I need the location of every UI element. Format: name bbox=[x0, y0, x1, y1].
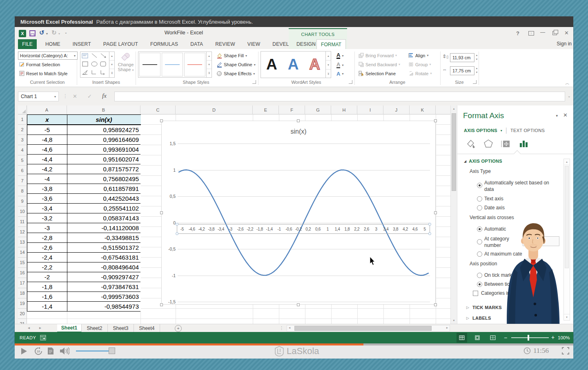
chart-handle-w[interactable] bbox=[160, 211, 163, 214]
x-axis-tick-label[interactable]: -3 bbox=[226, 227, 236, 231]
shape-effects-button[interactable]: Shape Effects▾ bbox=[216, 71, 255, 76]
shape-styles-scroll[interactable]: ▴ ▾ ⊻ bbox=[207, 52, 212, 78]
x-axis-tick-label[interactable]: 1 bbox=[323, 227, 332, 231]
row-headers[interactable]: 123456789101112131415161718192021 bbox=[18, 114, 27, 324]
tab-format[interactable]: FORMAT bbox=[316, 39, 346, 49]
table-row[interactable]: -4,6 0,993691004 bbox=[27, 145, 141, 155]
x-axis-labels-box[interactable]: -5-4,6-4,2-3,8-3,4-3-2,6-2,2-1,8-1,4-1-0… bbox=[177, 224, 430, 234]
tab-review[interactable]: REVIEW bbox=[209, 39, 241, 49]
restore-icon[interactable] bbox=[552, 31, 557, 35]
categories-reverse-checkbox[interactable] bbox=[473, 291, 478, 296]
enter-icon[interactable]: ✓ bbox=[87, 93, 92, 99]
vertical-scrollbar-thumb[interactable] bbox=[452, 113, 456, 191]
section-labels[interactable]: ▷ LABELS bbox=[466, 316, 491, 321]
radio-auto-select-label[interactable]: Automatically select based ondata bbox=[484, 179, 549, 193]
col-header-G[interactable]: G bbox=[305, 105, 331, 114]
insert-shapes-gallery[interactable] bbox=[80, 52, 109, 78]
volume-icon[interactable] bbox=[60, 347, 69, 357]
reset-to-match-style-button[interactable]: Reset to Match Style bbox=[19, 71, 68, 76]
row-header-16[interactable]: 16 bbox=[18, 268, 27, 278]
table-header-sinx[interactable]: sin(x) bbox=[67, 115, 140, 124]
row-header-18[interactable]: 18 bbox=[18, 288, 27, 298]
zoom-in-icon[interactable]: + bbox=[551, 334, 555, 341]
replay-10-button[interactable]: 10 bbox=[34, 347, 42, 357]
x-axis-tick-label[interactable]: -3,8 bbox=[206, 227, 216, 231]
formula-bar-expand-icon[interactable]: ⌄ bbox=[568, 94, 571, 98]
table-row[interactable]: -2,6 -0,515501372 bbox=[27, 243, 141, 253]
row-header-8[interactable]: 8 bbox=[18, 186, 27, 196]
macro-record-icon[interactable] bbox=[40, 335, 46, 341]
view-page-layout-button[interactable] bbox=[472, 333, 483, 343]
x-axis-tick-label[interactable]: 4,6 bbox=[410, 227, 420, 231]
volume-slider-track[interactable] bbox=[76, 350, 114, 352]
fullscreen-button[interactable] bbox=[562, 347, 569, 356]
horizontal-scrollbar[interactable]: ◂ ▸ bbox=[287, 325, 450, 332]
pane-scrollbar-thumb[interactable] bbox=[565, 166, 569, 268]
row-header-1[interactable]: 1 bbox=[18, 114, 27, 125]
y-axis-tick-label[interactable]: -1 bbox=[162, 273, 176, 278]
row-header-21[interactable]: 21 bbox=[18, 319, 27, 324]
select-all-corner[interactable] bbox=[18, 105, 27, 114]
sheet-tab-sheet2[interactable]: Sheet2 bbox=[82, 324, 108, 332]
x-axis-tick-label[interactable]: -2,6 bbox=[236, 227, 245, 231]
radio-date-axis[interactable] bbox=[477, 205, 482, 211]
x-axis-tick-label[interactable]: 2,6 bbox=[362, 227, 372, 231]
pane-tab-axis-options[interactable]: AXIS OPTIONS bbox=[464, 128, 497, 133]
send-backward-button[interactable]: Send Backward▾ bbox=[359, 62, 400, 67]
section-tick-marks[interactable]: ▷ TICK MARKS bbox=[466, 305, 502, 310]
x-axis-tick-label[interactable]: 1,4 bbox=[332, 227, 342, 231]
radio-at-maximum[interactable] bbox=[477, 251, 482, 257]
chart-options-icon[interactable] bbox=[518, 138, 529, 149]
x-axis-tick-label[interactable]: 0,2 bbox=[303, 227, 313, 231]
sheet-nav-left-icon[interactable]: ◂ bbox=[28, 325, 30, 330]
wordart-gallery[interactable]: A A A bbox=[261, 51, 326, 78]
table-row[interactable]: -2 -0,909297427 bbox=[27, 272, 141, 282]
axis-selection-handle[interactable] bbox=[428, 232, 431, 235]
formula-input[interactable] bbox=[114, 92, 565, 101]
row-header-13[interactable]: 13 bbox=[18, 237, 27, 247]
chart-handle-se[interactable] bbox=[434, 303, 437, 306]
sheet-tab-sheet3[interactable]: Sheet3 bbox=[108, 324, 134, 332]
row-header-4[interactable]: 4 bbox=[18, 145, 27, 155]
table-row[interactable]: -2,4 -0,675463181 bbox=[27, 253, 141, 262]
y-axis-tick-label[interactable]: 1,5 bbox=[162, 141, 176, 146]
chart-handle-n[interactable] bbox=[297, 119, 300, 122]
x-axis-tick-label[interactable]: 4,2 bbox=[401, 227, 410, 231]
width-spinner[interactable]: ▲▼ bbox=[475, 66, 479, 75]
shape-outline-button[interactable]: Shape Outline▾ bbox=[216, 62, 256, 67]
x-axis-tick-label[interactable]: -1 bbox=[274, 227, 284, 231]
table-row[interactable]: -2,8 -0,33498815 bbox=[27, 233, 141, 243]
col-header-E[interactable]: E bbox=[253, 105, 279, 114]
x-axis-tick-label[interactable]: -0,6 bbox=[284, 227, 294, 231]
cancel-icon[interactable]: ✕ bbox=[73, 93, 77, 99]
x-axis-tick-label[interactable]: -2,2 bbox=[245, 227, 255, 231]
row-header-9[interactable]: 9 bbox=[18, 196, 27, 206]
row-header-12[interactable]: 12 bbox=[18, 227, 27, 237]
size-properties-icon[interactable] bbox=[501, 138, 511, 149]
col-header-J[interactable]: J bbox=[383, 105, 410, 114]
x-axis-tick-label[interactable]: -5 bbox=[177, 227, 187, 231]
radio-text-axis[interactable] bbox=[477, 196, 482, 202]
change-shape-button[interactable]: ChangeShape ▾ bbox=[117, 52, 135, 78]
row-header-19[interactable]: 19 bbox=[18, 298, 27, 309]
save-icon[interactable] bbox=[29, 30, 36, 36]
table-row[interactable]: -5 0,958924275 bbox=[27, 125, 141, 135]
radio-text-axis-label[interactable]: Text axis bbox=[484, 196, 503, 202]
tab-view[interactable]: VIEW bbox=[241, 39, 266, 49]
pane-close-icon[interactable]: ✕ bbox=[563, 112, 568, 118]
x-axis-tick-label[interactable]: 3 bbox=[371, 227, 381, 231]
row-header-2[interactable]: 2 bbox=[18, 125, 27, 135]
sign-in-link[interactable]: Sign in bbox=[535, 41, 572, 47]
horizontal-scrollbar-thumb[interactable] bbox=[294, 326, 432, 331]
minimize-icon[interactable]: — bbox=[540, 29, 545, 35]
col-header-A[interactable]: A bbox=[27, 105, 67, 114]
table-row[interactable]: -3 -0,141120008 bbox=[27, 223, 141, 233]
sheet-tab-sheet4[interactable]: Sheet4 bbox=[134, 324, 160, 332]
effects-icon[interactable] bbox=[483, 138, 494, 149]
table-row[interactable]: -4,2 0,871575772 bbox=[27, 164, 141, 174]
chart-handle-nw[interactable] bbox=[160, 119, 163, 122]
row-header-20[interactable]: 20 bbox=[18, 309, 27, 319]
height-spinner[interactable]: ▲▼ bbox=[475, 53, 479, 62]
row-header-14[interactable]: 14 bbox=[18, 247, 27, 258]
new-sheet-icon[interactable]: + bbox=[175, 325, 182, 332]
